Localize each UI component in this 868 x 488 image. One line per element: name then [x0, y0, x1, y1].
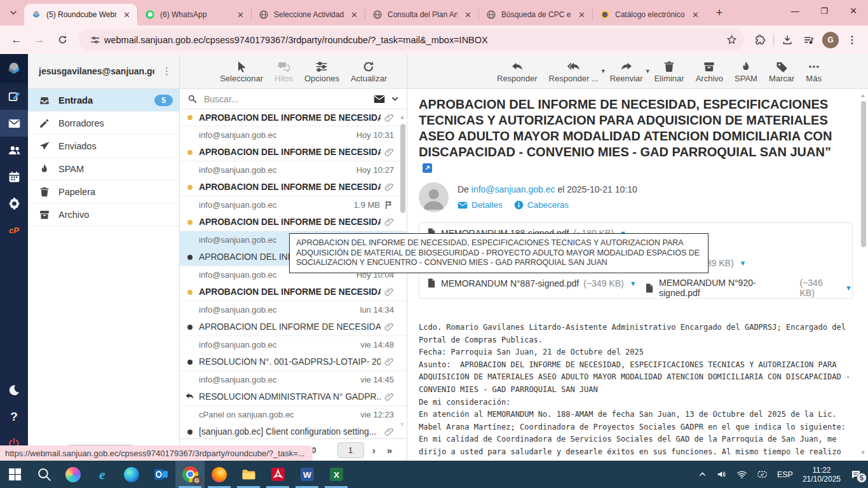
read-scrollbar-thumb[interactable]	[861, 101, 866, 247]
notification-center-icon[interactable]: 5	[850, 469, 862, 480]
read-scrollbar-up-icon[interactable]: ▲	[860, 92, 866, 98]
taskbar-app-start[interactable]	[0, 461, 29, 488]
sender-email-link[interactable]: info@sanjuan.gob.ec	[471, 184, 555, 194]
window-maximize-button[interactable]: ❐	[810, 0, 839, 22]
back-button[interactable]: ←	[7, 30, 26, 50]
mail-button[interactable]	[0, 110, 28, 137]
url-text[interactable]: webmail.sanjuan.gob.ec/cpsess9740179367/…	[104, 35, 722, 45]
list-scrollbar-up-icon[interactable]: ▲	[399, 114, 405, 120]
message-list-item-9[interactable]: info@sanjuan.gob.ecvie 14:45RESOLUCIÓN A…	[180, 371, 407, 406]
open-in-new-window-icon[interactable]	[423, 163, 432, 173]
headers-link[interactable]: Cabeceras	[514, 200, 569, 210]
volume-icon[interactable]	[716, 469, 727, 480]
site-settings-tune-icon[interactable]	[86, 31, 104, 49]
message-list-item-3[interactable]: info@sanjuan.gob.ecHoy 10:27APROBACION D…	[180, 161, 407, 196]
tab-search-chevron-icon[interactable]	[5, 4, 22, 21]
message-list-item-7[interactable]: info@sanjuan.gob.eclun 14:34APROBACION D…	[180, 301, 407, 336]
details-link[interactable]: Detalles	[458, 200, 503, 210]
downloads-icon[interactable]	[778, 30, 797, 50]
search-scope-mail-icon[interactable]	[374, 95, 385, 104]
browser-tab-4[interactable]: Consulta del Plan An✕	[365, 4, 478, 25]
message-status-dot[interactable]	[187, 150, 193, 155]
taskbar-app-search[interactable]	[29, 461, 58, 488]
last-page-button[interactable]: »	[381, 445, 398, 456]
tab-close-icon[interactable]: ✕	[235, 10, 246, 20]
message-list-item-1[interactable]: APROBACION DEL INFORME DE NECESIDA...	[180, 109, 407, 126]
language-indicator[interactable]: ESP	[777, 470, 793, 479]
taskbar-app-chrome[interactable]: G	[175, 461, 205, 488]
help-button[interactable]: ?	[0, 403, 28, 430]
taskbar-app-ie[interactable]: e	[88, 461, 117, 488]
cast-display-icon[interactable]	[757, 469, 768, 480]
toolbar-button-m-s[interactable]: Más	[800, 60, 827, 83]
folder-item-papelera[interactable]: Papelera	[28, 180, 179, 203]
cpanel-button[interactable]: cP	[0, 217, 28, 243]
browser-tab-1[interactable]: (5) Roundcube Webm✕	[24, 4, 137, 25]
list-scrollbar-thumb[interactable]	[400, 124, 405, 213]
toolbar-button-responder[interactable]: Responder	[491, 60, 543, 83]
contacts-button[interactable]	[0, 137, 28, 163]
attachment-item-3[interactable]: MEMORANDUM N°887-signed.pdf(~349 KB)▼	[426, 278, 637, 288]
account-email[interactable]: jesusgavilanes@sanjuan.gob....	[28, 66, 154, 76]
taskbar-app-outlook[interactable]	[146, 461, 175, 488]
taskbar-app-explorer[interactable]	[234, 461, 263, 488]
side-panel-extensions-icon[interactable]	[750, 30, 770, 50]
taskbar-app-firefox[interactable]	[205, 461, 234, 488]
clock[interactable]: 11:22 21/10/2025	[803, 466, 841, 484]
tab-close-icon[interactable]: ✕	[576, 10, 587, 20]
message-status-dot[interactable]	[187, 185, 193, 190]
attachment-menu-caret-icon[interactable]: ▼	[630, 280, 637, 287]
page-number-box[interactable]: 1	[337, 442, 364, 458]
settings-button[interactable]	[0, 190, 28, 217]
toolbar-button-opciones[interactable]: Opciones	[299, 60, 345, 83]
search-input[interactable]	[203, 93, 368, 105]
tray-chevron-up-icon[interactable]	[698, 470, 707, 478]
taskbar-app-copilot[interactable]	[58, 461, 88, 488]
browser-tab-3[interactable]: Seleccione Actividad✕	[252, 4, 365, 25]
tab-close-icon[interactable]: ✕	[463, 10, 473, 20]
folder-item-enviados[interactable]: Enviados	[28, 135, 179, 158]
browser-tab-2[interactable]: (6) WhatsApp✕	[138, 4, 251, 25]
toolbar-button-marcar[interactable]: Marcar	[763, 60, 800, 83]
toolbar-button-archivo[interactable]: Archivo	[690, 60, 729, 83]
bookmark-star-icon[interactable]	[722, 31, 740, 49]
attachment-menu-caret-icon[interactable]: ▼	[740, 259, 747, 267]
taskbar-app-edge[interactable]	[117, 461, 146, 488]
account-menu-kebab-icon[interactable]: ⋮	[154, 65, 179, 77]
message-status-dot[interactable]	[187, 255, 193, 260]
message-status-dot[interactable]	[187, 290, 193, 295]
reload-button[interactable]	[53, 30, 72, 50]
message-status-dot[interactable]	[187, 360, 193, 365]
dark-mode-button[interactable]	[0, 377, 28, 403]
list-scrollbar-down-icon[interactable]: ▼	[399, 421, 405, 428]
message-list-item-10[interactable]: cPanel on sanjuan.gob.ecvie 12:23[sanjua…	[180, 406, 407, 438]
address-bar[interactable]: webmail.sanjuan.gob.ec/cpsess9740179367/…	[79, 29, 744, 50]
window-close-button[interactable]: ×	[839, 0, 868, 22]
search-options-chevron-icon[interactable]	[391, 95, 399, 103]
toolbar-button-responder[interactable]: Responder ...▼	[543, 60, 604, 83]
wifi-icon[interactable]	[736, 469, 747, 480]
flag-icon[interactable]	[384, 200, 394, 210]
profile-avatar[interactable]: G	[822, 32, 839, 48]
toolbar-button-hilos[interactable]: Hilos	[269, 60, 299, 83]
message-status-dot[interactable]	[187, 325, 193, 330]
taskbar-app-word[interactable]: W	[292, 461, 322, 488]
tab-close-icon[interactable]: ✕	[121, 10, 132, 20]
read-scrollbar-down-icon[interactable]: ▼	[860, 449, 866, 456]
calendar-button[interactable]	[0, 163, 28, 190]
attachment-menu-caret-icon[interactable]: ▼	[845, 284, 852, 292]
message-list-item-4[interactable]: info@sanjuan.gob.ec1.9 MBAPROBACION DEL …	[180, 196, 407, 231]
taskbar-app-excel[interactable]: X	[322, 461, 351, 488]
browser-tab-6[interactable]: Catálogo electrónico✕	[593, 4, 706, 25]
message-list-item-2[interactable]: info@sanjuan.gob.ecHoy 10:31APROBACION D…	[180, 126, 407, 161]
message-list-item-8[interactable]: info@sanjuan.gob.ecvie 14:48RESOLUCIÓN N…	[180, 336, 407, 371]
attachment-item-4[interactable]: MEMORANDUM N°920-signed.pdf(~346 KB)▼	[644, 278, 852, 298]
next-page-button[interactable]: ›	[367, 445, 381, 456]
tab-close-icon[interactable]: ✕	[690, 10, 701, 20]
compose-button[interactable]	[0, 83, 28, 110]
toolbar-button-spam[interactable]: SPAM	[729, 60, 763, 83]
toolbar-button-reenviar[interactable]: Reenviar▼	[604, 60, 649, 83]
new-tab-button[interactable]: +	[711, 4, 728, 21]
media-playlist-icon[interactable]	[799, 30, 818, 50]
browser-menu-kebab-icon[interactable]: ⋮	[843, 30, 862, 50]
